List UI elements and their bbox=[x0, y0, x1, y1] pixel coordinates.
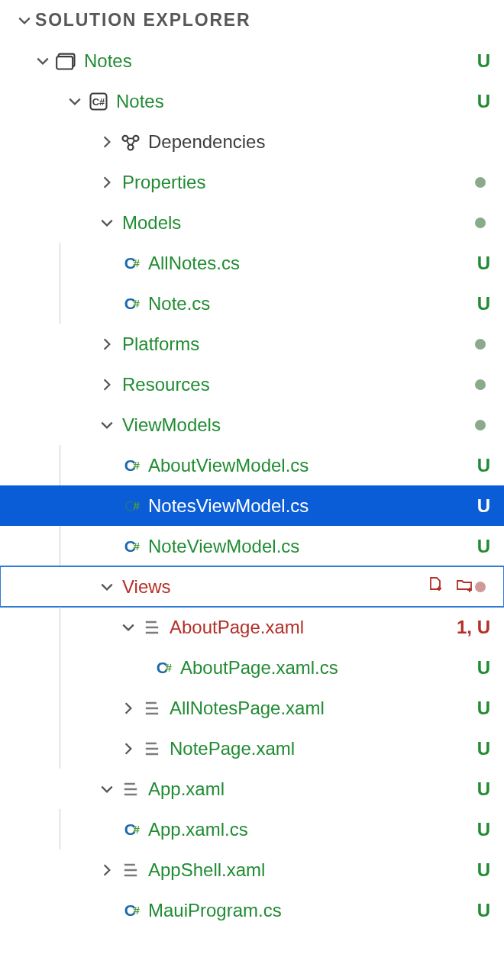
tree-item-views[interactable]: Views bbox=[0, 566, 504, 607]
item-label: App.xaml.cs bbox=[144, 819, 477, 840]
chevron-down-icon bbox=[96, 418, 118, 432]
git-status: U bbox=[477, 495, 490, 517]
git-status: U bbox=[477, 253, 490, 274]
chevron-right-icon bbox=[96, 135, 118, 149]
tree-item-appshell[interactable]: AppShell.xaml U bbox=[0, 849, 504, 890]
csharp-icon bbox=[118, 253, 144, 274]
status-dot bbox=[475, 582, 490, 592]
tree-item-appcs[interactable]: App.xaml.cs U bbox=[0, 809, 504, 849]
git-status: U bbox=[477, 819, 490, 840]
git-status: U bbox=[477, 50, 490, 72]
git-status: U bbox=[477, 293, 490, 314]
item-label: Views bbox=[118, 576, 425, 598]
item-label: AboutViewModel.cs bbox=[144, 455, 477, 476]
csharp-icon bbox=[118, 536, 144, 557]
status-dot bbox=[475, 177, 490, 188]
csharp-icon bbox=[150, 657, 176, 679]
git-status: U bbox=[477, 738, 490, 759]
chevron-down-icon bbox=[32, 54, 53, 68]
tree-item-properties[interactable]: Properties bbox=[0, 162, 504, 202]
csharp-icon bbox=[118, 495, 144, 517]
item-label: App.xaml bbox=[144, 779, 477, 800]
item-label: NotesViewModel.cs bbox=[144, 495, 477, 517]
xaml-icon bbox=[139, 698, 165, 719]
xaml-icon bbox=[118, 779, 144, 800]
tree-item-note[interactable]: Note.cs U bbox=[0, 283, 504, 324]
chevron-right-icon bbox=[118, 742, 139, 756]
git-status: U bbox=[477, 536, 490, 557]
status-dot bbox=[475, 339, 490, 350]
tree-item-resources[interactable]: Resources bbox=[0, 364, 504, 405]
item-label: Properties bbox=[118, 172, 475, 193]
git-status: U bbox=[477, 455, 490, 476]
item-label: ViewModels bbox=[118, 414, 475, 436]
item-label: Notes bbox=[79, 50, 477, 72]
panel-header[interactable]: SOLUTION EXPLORER bbox=[0, 0, 504, 40]
item-label: AllNotes.cs bbox=[144, 253, 477, 274]
xaml-icon bbox=[139, 617, 165, 638]
tree-item-mauiprogram[interactable]: MauiProgram.cs U bbox=[0, 890, 504, 930]
xaml-icon bbox=[118, 859, 144, 881]
csproj-icon bbox=[86, 91, 111, 112]
item-label: AllNotesPage.xaml bbox=[165, 698, 477, 719]
chevron-right-icon bbox=[96, 863, 118, 877]
chevron-right-icon bbox=[118, 701, 139, 715]
chevron-right-icon bbox=[96, 176, 118, 189]
item-label: Notes bbox=[111, 91, 477, 112]
git-status: U bbox=[477, 900, 490, 921]
status-dot bbox=[475, 379, 490, 390]
tree-item-aboutpagecs[interactable]: AboutPage.xaml.cs U bbox=[0, 647, 504, 688]
tree-item-project[interactable]: Notes U bbox=[0, 81, 504, 121]
chevron-down-icon bbox=[118, 621, 139, 634]
item-label: Resources bbox=[118, 374, 475, 395]
csharp-icon bbox=[118, 455, 144, 476]
item-label: NotePage.xaml bbox=[165, 738, 477, 759]
tree-item-solution[interactable]: Notes U bbox=[0, 40, 504, 81]
tree-item-notesvm[interactable]: NotesViewModel.cs U bbox=[0, 485, 504, 526]
git-status: U bbox=[477, 859, 490, 881]
tree-item-allnotes[interactable]: AllNotes.cs U bbox=[0, 243, 504, 283]
item-label: Dependencies bbox=[144, 131, 490, 153]
tree-item-viewmodels[interactable]: ViewModels bbox=[0, 405, 504, 445]
git-status: 1, U bbox=[457, 617, 490, 638]
tree-item-aboutpage[interactable]: AboutPage.xaml 1, U bbox=[0, 607, 504, 647]
item-label: NoteViewModel.cs bbox=[144, 536, 477, 557]
item-label: Platforms bbox=[118, 334, 475, 355]
tree-item-aboutvm[interactable]: AboutViewModel.cs U bbox=[0, 445, 504, 485]
tree-item-allnotespage[interactable]: AllNotesPage.xaml U bbox=[0, 688, 504, 728]
tree-item-notepage[interactable]: NotePage.xaml U bbox=[0, 728, 504, 769]
tree-item-notevm[interactable]: NoteViewModel.cs U bbox=[0, 526, 504, 566]
tree-item-dependencies[interactable]: Dependencies bbox=[0, 121, 504, 162]
xaml-icon bbox=[139, 738, 165, 759]
tree-item-models[interactable]: Models bbox=[0, 202, 504, 243]
tree-item-app[interactable]: App.xaml U bbox=[0, 769, 504, 809]
status-dot bbox=[475, 218, 490, 228]
item-label: Note.cs bbox=[144, 293, 477, 314]
item-label: AppShell.xaml bbox=[144, 859, 477, 881]
chevron-down-icon bbox=[96, 216, 118, 230]
git-status: U bbox=[477, 657, 490, 679]
item-label: AboutPage.xaml.cs bbox=[176, 657, 477, 679]
item-label: MauiProgram.cs bbox=[144, 900, 477, 921]
new-folder-icon[interactable] bbox=[454, 575, 475, 598]
new-file-icon[interactable] bbox=[425, 575, 446, 598]
csharp-icon bbox=[118, 293, 144, 314]
solution-explorer-panel: SOLUTION EXPLORER Notes U Notes U Depend… bbox=[0, 0, 504, 930]
folder-actions bbox=[425, 575, 475, 598]
chevron-right-icon bbox=[96, 337, 118, 351]
git-status: U bbox=[477, 698, 490, 719]
panel-title: SOLUTION EXPLORER bbox=[35, 10, 250, 31]
tree-item-platforms[interactable]: Platforms bbox=[0, 324, 504, 364]
chevron-down-icon bbox=[96, 782, 118, 796]
git-status: U bbox=[477, 91, 490, 112]
item-label: AboutPage.xaml bbox=[165, 617, 457, 638]
csharp-icon bbox=[118, 819, 144, 840]
dependencies-icon bbox=[118, 131, 144, 153]
chevron-down-icon bbox=[64, 95, 86, 108]
chevron-right-icon bbox=[96, 378, 118, 392]
chevron-down-icon bbox=[14, 14, 35, 27]
item-label: Models bbox=[118, 212, 475, 234]
csharp-icon bbox=[118, 900, 144, 921]
git-status: U bbox=[477, 779, 490, 800]
chevron-down-icon bbox=[96, 580, 118, 594]
